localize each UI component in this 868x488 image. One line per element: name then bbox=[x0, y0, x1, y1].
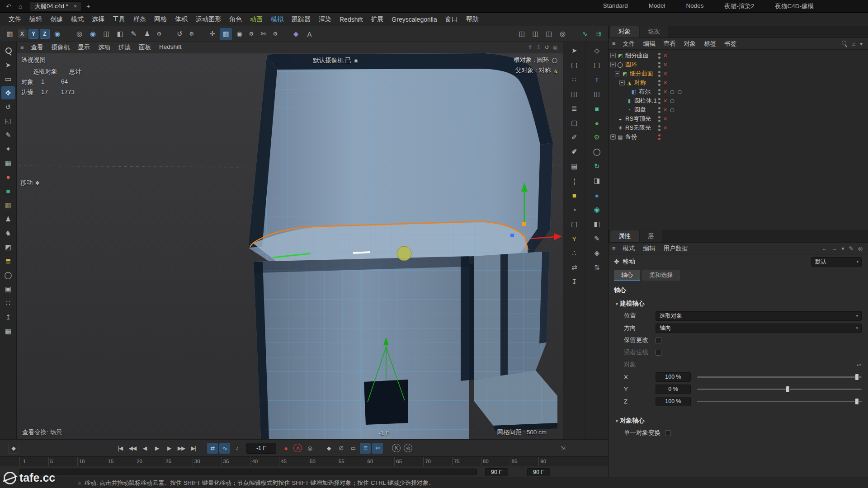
quantize-settings-icon[interactable]: ⚙ bbox=[271, 28, 280, 40]
viewport-menu-item[interactable]: 查看 bbox=[28, 42, 47, 52]
back-icon[interactable]: ↶ bbox=[4, 2, 14, 11]
tab-axis[interactable]: 轴心 bbox=[614, 270, 640, 281]
spline-list-icon[interactable]: ≣ bbox=[1, 254, 15, 267]
menu-item[interactable]: 体积 bbox=[171, 14, 192, 25]
frame-ruler[interactable]: -151015202530354045505560657075808590 bbox=[0, 456, 608, 466]
menu-item[interactable]: 渲染 bbox=[315, 14, 335, 25]
coordinate-system-button[interactable]: ◉ bbox=[51, 28, 63, 40]
minimize-view-icon[interactable]: ⇩ bbox=[536, 44, 541, 51]
preset-select[interactable]: 默认 bbox=[811, 257, 862, 267]
enable-toggle[interactable]: ✕ bbox=[663, 98, 667, 104]
range-end-field[interactable]: 90 F bbox=[527, 468, 550, 476]
generator-settings-icon[interactable]: ⚙ bbox=[590, 131, 604, 144]
visibility-dots[interactable] bbox=[658, 125, 660, 131]
blue-sphere-icon[interactable]: ● bbox=[590, 188, 604, 202]
visibility-dots[interactable] bbox=[658, 116, 660, 122]
object-row[interactable]: − ◯ 圆环 ✕ bbox=[609, 60, 868, 69]
tab-soft-selection[interactable]: 柔和选择 bbox=[642, 270, 680, 281]
toolbar-spacer[interactable] bbox=[317, 28, 514, 40]
enable-toggle[interactable]: ✕ bbox=[663, 89, 667, 95]
menu-item[interactable]: 帮助 bbox=[462, 14, 483, 25]
rotate-tool-icon[interactable]: ↺ bbox=[1, 100, 15, 113]
layout-item[interactable]: Model bbox=[649, 2, 665, 10]
dropdown[interactable]: 轴向 bbox=[656, 324, 862, 333]
expand-icon[interactable]: − bbox=[619, 80, 625, 85]
menu-item[interactable]: 创建 bbox=[46, 14, 67, 25]
lock-icon[interactable]: ◎ bbox=[858, 245, 863, 252]
menu-item[interactable]: 模式 bbox=[619, 244, 639, 253]
edit-icon[interactable]: ✎ bbox=[849, 245, 853, 252]
group-modeling-axis[interactable]: 建模轴心 bbox=[609, 294, 868, 309]
current-frame-field[interactable]: -1 F bbox=[246, 443, 276, 454]
object-row[interactable]: ▮ 圆柱体.1 ✕ ▢ bbox=[609, 96, 868, 105]
expand-icon[interactable] bbox=[610, 116, 616, 122]
viewport-layout-icon[interactable]: ▦ bbox=[4, 28, 16, 40]
transport-gap[interactable] bbox=[384, 443, 390, 454]
expand-icon[interactable]: − bbox=[615, 71, 620, 76]
snap-toggle-button[interactable]: ▦ bbox=[220, 28, 232, 40]
model-mode-button[interactable]: ◎ bbox=[73, 28, 85, 40]
menu-item[interactable]: 样条 bbox=[129, 14, 150, 25]
sample-tool-icon[interactable]: ✦ bbox=[1, 142, 15, 155]
toolbar-gap[interactable] bbox=[165, 28, 172, 40]
sound-button[interactable]: ♪ bbox=[231, 443, 242, 454]
axis-modify-icon[interactable]: ✛ bbox=[206, 28, 218, 40]
polygon-mode-icon[interactable]: ≣ bbox=[567, 102, 581, 115]
object-tags[interactable]: ▢ bbox=[670, 99, 675, 103]
object-row[interactable]: − ◩ 细分曲面 ✕ bbox=[609, 69, 868, 78]
close-tab-icon[interactable]: × bbox=[74, 3, 77, 9]
menu-item[interactable]: 运动图形 bbox=[192, 14, 225, 25]
menu-item[interactable]: 标签 bbox=[701, 39, 720, 49]
snap-settings-icon[interactable]: ⚙ bbox=[247, 28, 256, 40]
viewport-menu-item[interactable]: 显示 bbox=[74, 42, 94, 52]
value-field[interactable]: 0 % bbox=[656, 385, 691, 394]
cube-primitive-icon[interactable]: ■ bbox=[1, 184, 15, 197]
character-tools-icon[interactable]: ♟ bbox=[141, 28, 153, 40]
next-frame-button[interactable]: ▶ bbox=[164, 443, 175, 454]
camera-object-icon[interactable]: ◉ bbox=[590, 203, 604, 216]
visibility-dots[interactable] bbox=[658, 62, 660, 68]
slider[interactable] bbox=[697, 376, 862, 378]
object-row[interactable]: − ◩ 细分曲面 ✕ bbox=[609, 51, 868, 60]
menu-item[interactable]: 模拟 bbox=[267, 14, 288, 25]
menu-item[interactable]: 对象 bbox=[680, 39, 700, 49]
live-selection-icon[interactable]: ➤ bbox=[1, 58, 15, 71]
view-target-icon[interactable]: ◎ bbox=[553, 44, 557, 51]
null-object-icon[interactable]: ◇ bbox=[590, 44, 604, 57]
keyframe-selection-button[interactable]: ◎ bbox=[304, 443, 315, 454]
slider[interactable] bbox=[697, 389, 862, 390]
sculpt-tool-icon[interactable]: ✐ bbox=[567, 131, 581, 144]
new-document-button[interactable]: + bbox=[84, 2, 93, 11]
viewport-menu-item[interactable]: 面板 bbox=[135, 42, 155, 52]
status-menu-icon[interactable]: ≡ bbox=[78, 480, 81, 486]
symmetry-object-icon[interactable]: ◨ bbox=[590, 174, 604, 188]
viewport[interactable]: 透视视图 选取对象 总计 对象 1 bbox=[17, 53, 563, 439]
menu-item[interactable]: 编辑 bbox=[25, 14, 46, 25]
auto-workplane-icon[interactable]: A bbox=[303, 28, 316, 40]
grid-tool-icon[interactable]: ▦ bbox=[1, 324, 15, 338]
key-parameter-toggle[interactable]: ≣ bbox=[360, 443, 371, 454]
slider-handle[interactable] bbox=[786, 386, 790, 393]
rectangle-selection-icon[interactable]: ▭ bbox=[1, 72, 15, 85]
tab-layers[interactable]: 层 bbox=[640, 230, 662, 242]
visibility-dots[interactable] bbox=[658, 71, 660, 77]
disc-tool-icon[interactable]: ◔ bbox=[567, 203, 581, 216]
home-icon[interactable]: ⌂ bbox=[852, 41, 855, 47]
quantize-icon[interactable]: ✄ bbox=[257, 28, 269, 40]
frame-tool-icon[interactable]: ▣ bbox=[1, 282, 15, 296]
history-back-icon[interactable]: ← bbox=[821, 245, 827, 252]
scale-tool-icon[interactable]: ◱ bbox=[1, 114, 15, 127]
texture-mode-button[interactable]: ◫ bbox=[100, 28, 113, 40]
dropdown-icon[interactable]: ▾ bbox=[841, 245, 844, 252]
menu-item[interactable]: 窗口 bbox=[441, 14, 462, 25]
range-start-field[interactable]: 90 F bbox=[485, 468, 508, 476]
enable-toggle[interactable]: ✕ bbox=[663, 53, 667, 59]
menu-item[interactable]: 模式 bbox=[67, 14, 88, 25]
reset-psr-icon[interactable]: ↺ bbox=[174, 28, 186, 40]
enable-toggle[interactable]: ✕ bbox=[663, 71, 667, 77]
menu-item[interactable]: 查看 bbox=[660, 39, 679, 49]
search-icon[interactable] bbox=[842, 41, 848, 47]
next-key-button[interactable]: ▶▶ bbox=[176, 443, 187, 454]
render-view-button[interactable]: ◫ bbox=[516, 28, 528, 40]
menu-item[interactable]: 编辑 bbox=[640, 244, 659, 253]
